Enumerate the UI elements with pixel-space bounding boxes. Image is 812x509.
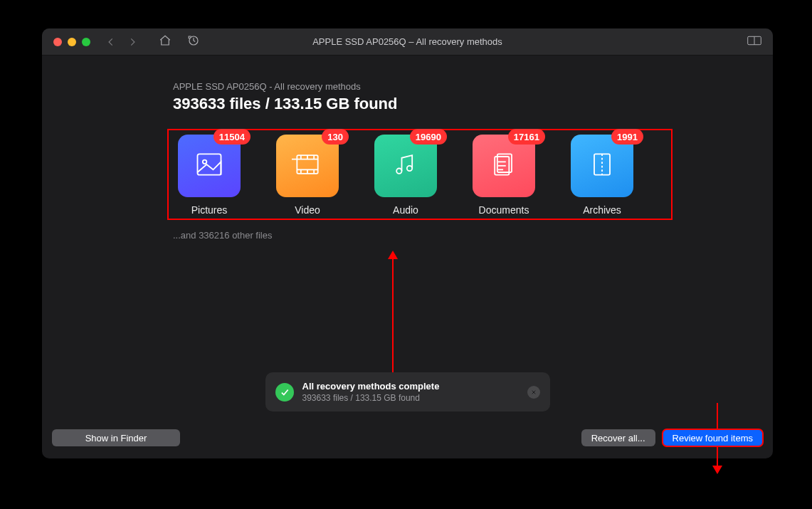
completion-toast: All recovery methods complete 393633 fil…: [265, 372, 550, 411]
annotation-arrow-up: [392, 258, 394, 379]
category-audio[interactable]: 19690 Audio: [371, 135, 441, 216]
archives-count-badge: 1991: [611, 129, 643, 145]
category-pictures[interactable]: 11504 Pictures: [174, 135, 244, 216]
sidebar-toggle-icon[interactable]: [747, 36, 761, 48]
other-files-text: ...and 336216 other files: [173, 230, 756, 241]
traffic-lights: [53, 38, 90, 46]
toast-close-button[interactable]: [527, 386, 540, 399]
nav-buttons: [103, 34, 140, 50]
content-area: APPLE SSD AP0256Q - All recovery methods…: [42, 56, 773, 458]
svg-point-15: [407, 166, 412, 171]
category-row-highlight: 11504 Pictures 130 Video: [167, 129, 673, 220]
footer-bar: Show in Finder Recover all... Review fou…: [42, 424, 773, 458]
documents-count-badge: 17161: [508, 129, 545, 145]
category-row: 11504 Pictures 130 Video: [174, 135, 665, 216]
show-in-finder-button[interactable]: Show in Finder: [52, 429, 180, 446]
zoom-window-button[interactable]: [82, 38, 90, 46]
app-window: APPLE SSD AP0256Q – All recovery methods…: [42, 28, 773, 458]
minimize-window-button[interactable]: [68, 38, 76, 46]
category-archives[interactable]: 1991 Archives: [567, 135, 637, 216]
back-button[interactable]: [103, 34, 119, 50]
audio-tile: 19690: [374, 135, 437, 197]
audio-label: Audio: [393, 204, 418, 216]
audio-count-badge: 19690: [410, 129, 447, 145]
archives-tile: 1991: [571, 135, 633, 197]
recover-all-button[interactable]: Recover all...: [581, 429, 655, 446]
svg-point-4: [203, 160, 207, 164]
video-count-badge: 130: [322, 129, 349, 145]
close-window-button[interactable]: [53, 38, 62, 46]
pictures-label: Pictures: [191, 204, 228, 216]
documents-icon: [488, 149, 520, 183]
audio-icon: [390, 149, 421, 183]
category-video[interactable]: 130 Video: [273, 135, 342, 216]
forward-button[interactable]: [125, 34, 140, 50]
results-subtitle: APPLE SSD AP0256Q - All recovery methods: [173, 81, 756, 92]
check-icon: [275, 383, 294, 402]
history-icon[interactable]: [187, 34, 200, 50]
video-icon: [292, 149, 323, 183]
archives-icon: [586, 149, 618, 183]
results-header: APPLE SSD AP0256Q - All recovery methods…: [173, 81, 756, 113]
svg-point-14: [396, 169, 401, 174]
review-found-items-button[interactable]: Review found items: [663, 429, 763, 446]
pictures-icon: [194, 149, 225, 183]
svg-rect-21: [594, 154, 610, 174]
pictures-count-badge: 11504: [213, 129, 251, 145]
documents-label: Documents: [479, 204, 529, 216]
toast-text: All recovery methods complete 393633 fil…: [302, 381, 440, 403]
window-title: APPLE SSD AP0256Q – All recovery methods: [42, 36, 773, 47]
video-tile: 130: [276, 135, 339, 197]
toolbar-icons: [159, 34, 200, 50]
titlebar: APPLE SSD AP0256Q – All recovery methods: [42, 28, 773, 56]
home-icon[interactable]: [159, 34, 172, 50]
pictures-tile: 11504: [178, 135, 241, 197]
documents-tile: 17161: [473, 135, 535, 197]
archives-label: Archives: [583, 204, 621, 216]
results-headline: 393633 files / 133.15 GB found: [173, 95, 756, 113]
toast-title: All recovery methods complete: [302, 381, 440, 392]
toast-subtitle: 393633 files / 133.15 GB found: [302, 393, 440, 403]
category-documents[interactable]: 17161 Documents: [469, 135, 539, 216]
video-label: Video: [295, 204, 320, 216]
